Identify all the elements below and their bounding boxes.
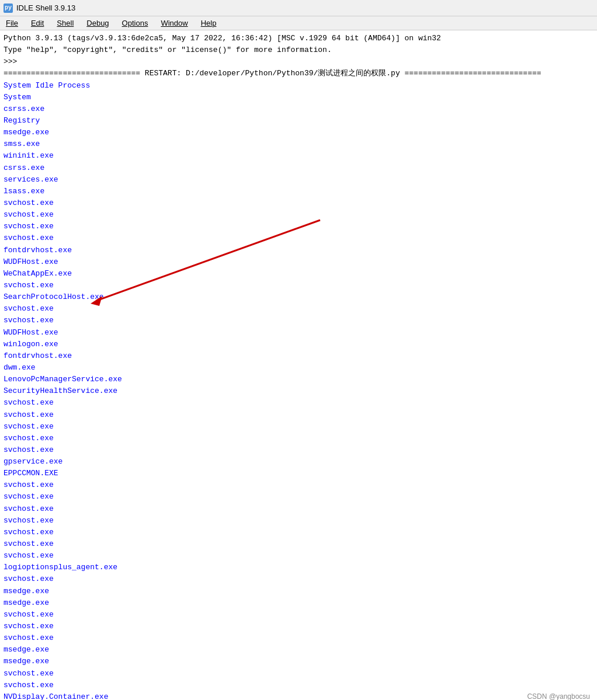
shell-line: svchost.exe xyxy=(4,397,593,409)
shell-line: svchost.exe xyxy=(4,197,593,209)
shell-content: Python 3.9.13 (tags/v3.9.13:6de2ca5, May… xyxy=(0,30,597,700)
menu-item-debug[interactable]: Debug xyxy=(83,18,112,29)
shell-line: msedge.exe xyxy=(4,127,593,138)
shell-line: SecurityHealthService.exe xyxy=(4,385,593,397)
shell-line: logioptionsplus_agent.exe xyxy=(4,562,593,573)
shell-line: services.exe xyxy=(4,174,593,186)
shell-line: System Idle Process xyxy=(4,80,593,92)
watermark: CSDN @yangbocsu xyxy=(527,692,590,700)
shell-line: WeChatAppEx.exe xyxy=(4,268,593,280)
shell-line: EPPCCMON.EXE xyxy=(4,468,593,479)
shell-line: svchost.exe xyxy=(4,621,593,632)
shell-line: >>> xyxy=(4,56,593,68)
shell-line: svchost.exe xyxy=(4,491,593,503)
shell-line: svchost.exe xyxy=(4,232,593,244)
shell-line: WUDFHost.exe xyxy=(4,256,593,268)
shell-line: svchost.exe xyxy=(4,409,593,421)
shell-line: wininit.exe xyxy=(4,150,593,162)
shell-line: Type "help", "copyright", "credits" or "… xyxy=(4,44,593,56)
shell-line: svchost.exe xyxy=(4,632,593,644)
shell-line: fontdrvhost.exe xyxy=(4,245,593,256)
title-bar: py IDLE Shell 3.9.13 xyxy=(0,0,597,16)
shell-line: svchost.exe xyxy=(4,280,593,291)
shell-line: NVDisplay.Container.exe xyxy=(4,691,593,700)
shell-line: lsass.exe xyxy=(4,186,593,197)
shell-line: System xyxy=(4,92,593,103)
shell-line: dwm.exe xyxy=(4,362,593,374)
menu-item-edit[interactable]: Edit xyxy=(27,18,47,29)
shell-line: Registry xyxy=(4,115,593,127)
shell-line: svchost.exe xyxy=(4,538,593,550)
shell-line: smss.exe xyxy=(4,138,593,150)
shell-line: ============================== RESTART: … xyxy=(4,68,593,79)
shell-line: svchost.exe xyxy=(4,609,593,621)
menu-item-shell[interactable]: Shell xyxy=(53,18,77,29)
shell-line: svchost.exe xyxy=(4,303,593,315)
shell-line: svchost.exe xyxy=(4,550,593,562)
menu-item-window[interactable]: Window xyxy=(157,18,191,29)
shell-line: WUDFHost.exe xyxy=(4,327,593,339)
shell-line: LenovoPcManagerService.exe xyxy=(4,374,593,385)
menu-item-file[interactable]: File xyxy=(2,18,22,29)
shell-line: svchost.exe xyxy=(4,433,593,444)
menu-bar: FileEditShellDebugOptionsWindowHelp xyxy=(0,16,597,30)
title-text: IDLE Shell 3.9.13 xyxy=(16,4,75,12)
shell-line: svchost.exe xyxy=(4,421,593,433)
shell-line: msedge.exe xyxy=(4,597,593,609)
shell-line: svchost.exe xyxy=(4,315,593,326)
shell-line: csrss.exe xyxy=(4,162,593,174)
shell-line: svchost.exe xyxy=(4,515,593,527)
shell-line: msedge.exe xyxy=(4,586,593,597)
shell-line: fontdrvhost.exe xyxy=(4,350,593,362)
shell-line: svchost.exe xyxy=(4,221,593,232)
shell-line: Python 3.9.13 (tags/v3.9.13:6de2ca5, May… xyxy=(4,33,593,44)
shell-line: svchost.exe xyxy=(4,479,593,491)
shell-line: svchost.exe xyxy=(4,573,593,585)
shell-line: winlogon.exe xyxy=(4,339,593,350)
shell-line: svchost.exe xyxy=(4,668,593,680)
shell-line: svchost.exe xyxy=(4,503,593,515)
menu-item-options[interactable]: Options xyxy=(119,18,152,29)
shell-line: SearchProtocolHost.exe xyxy=(4,291,593,303)
shell-line: csrss.exe xyxy=(4,103,593,115)
shell-line: svchost.exe xyxy=(4,444,593,456)
shell-line: svchost.exe xyxy=(4,209,593,221)
shell-line: svchost.exe xyxy=(4,527,593,538)
shell-line: gpservice.exe xyxy=(4,456,593,468)
app-icon: py xyxy=(4,4,13,13)
shell-line: msedge.exe xyxy=(4,644,593,656)
shell-line: svchost.exe xyxy=(4,680,593,691)
menu-item-help[interactable]: Help xyxy=(197,18,220,29)
shell-line: msedge.exe xyxy=(4,656,593,667)
